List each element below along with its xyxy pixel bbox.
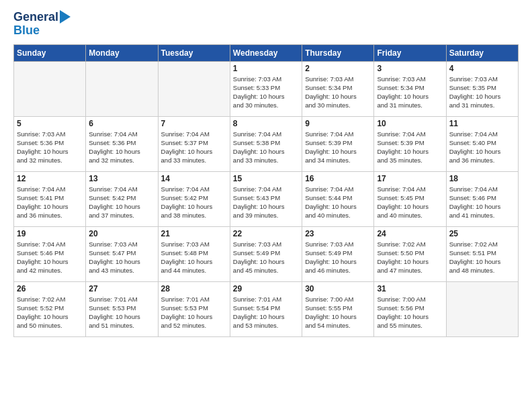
day-number: 8 [233,119,299,128]
day-header-monday: Monday [86,44,158,61]
day-number: 13 [89,174,154,183]
day-info: Sunrise: 7:03 AM Sunset: 5:36 PM Dayligh… [17,130,83,165]
calendar-cell: 21Sunrise: 7:03 AM Sunset: 5:48 PM Dayli… [158,226,230,281]
day-number: 19 [17,229,83,238]
day-info: Sunrise: 7:00 AM Sunset: 5:56 PM Dayligh… [377,295,443,330]
calendar-cell: 9Sunrise: 7:04 AM Sunset: 5:39 PM Daylig… [302,116,374,171]
calendar-cell: 18Sunrise: 7:04 AM Sunset: 5:46 PM Dayli… [446,171,518,226]
logo-blue: Blue [13,24,40,37]
day-info: Sunrise: 7:04 AM Sunset: 5:41 PM Dayligh… [17,185,83,220]
day-header-tuesday: Tuesday [158,44,230,61]
calendar-week-1: 1Sunrise: 7:03 AM Sunset: 5:33 PM Daylig… [14,61,519,116]
day-number: 14 [161,174,227,183]
day-number: 18 [449,174,515,183]
day-header-saturday: Saturday [446,44,518,61]
day-number: 10 [377,119,443,128]
calendar-cell: 11Sunrise: 7:04 AM Sunset: 5:40 PM Dayli… [446,116,518,171]
day-info: Sunrise: 7:04 AM Sunset: 5:39 PM Dayligh… [377,130,443,165]
logo: General Blue [13,11,71,38]
day-number: 3 [377,64,443,73]
day-number: 30 [305,284,371,293]
day-info: Sunrise: 7:04 AM Sunset: 5:45 PM Dayligh… [377,185,443,220]
day-number: 20 [89,229,154,238]
day-info: Sunrise: 7:03 AM Sunset: 5:33 PM Dayligh… [233,75,299,110]
day-number: 2 [305,64,371,73]
calendar-cell: 12Sunrise: 7:04 AM Sunset: 5:41 PM Dayli… [14,171,86,226]
calendar-cell: 4Sunrise: 7:03 AM Sunset: 5:35 PM Daylig… [446,61,518,116]
day-number: 25 [449,229,515,238]
day-info: Sunrise: 7:03 AM Sunset: 5:48 PM Dayligh… [161,240,227,275]
day-info: Sunrise: 7:01 AM Sunset: 5:53 PM Dayligh… [89,295,154,330]
day-number: 23 [305,229,371,238]
day-info: Sunrise: 7:04 AM Sunset: 5:44 PM Dayligh… [305,185,371,220]
day-header-wednesday: Wednesday [230,44,302,61]
day-info: Sunrise: 7:02 AM Sunset: 5:50 PM Dayligh… [377,240,443,275]
calendar-table: SundayMondayTuesdayWednesdayThursdayFrid… [13,44,519,337]
calendar-cell [446,281,518,336]
calendar-cell: 23Sunrise: 7:03 AM Sunset: 5:49 PM Dayli… [302,226,374,281]
day-info: Sunrise: 7:04 AM Sunset: 5:43 PM Dayligh… [233,185,299,220]
day-header-sunday: Sunday [14,44,86,61]
calendar-cell: 3Sunrise: 7:03 AM Sunset: 5:34 PM Daylig… [374,61,446,116]
day-number: 27 [89,284,154,293]
calendar-cell: 24Sunrise: 7:02 AM Sunset: 5:50 PM Dayli… [374,226,446,281]
calendar-cell: 31Sunrise: 7:00 AM Sunset: 5:56 PM Dayli… [374,281,446,336]
calendar-header-row: SundayMondayTuesdayWednesdayThursdayFrid… [14,44,519,61]
calendar-cell: 27Sunrise: 7:01 AM Sunset: 5:53 PM Dayli… [86,281,158,336]
day-info: Sunrise: 7:04 AM Sunset: 5:46 PM Dayligh… [449,185,515,220]
calendar-cell: 7Sunrise: 7:04 AM Sunset: 5:37 PM Daylig… [158,116,230,171]
day-number: 22 [233,229,299,238]
calendar-cell [86,61,158,116]
day-number: 24 [377,229,443,238]
calendar-cell [158,61,230,116]
calendar-cell: 26Sunrise: 7:02 AM Sunset: 5:52 PM Dayli… [14,281,86,336]
calendar-cell: 8Sunrise: 7:04 AM Sunset: 5:38 PM Daylig… [230,116,302,171]
calendar-week-2: 5Sunrise: 7:03 AM Sunset: 5:36 PM Daylig… [14,116,519,171]
day-info: Sunrise: 7:01 AM Sunset: 5:53 PM Dayligh… [161,295,227,330]
day-info: Sunrise: 7:03 AM Sunset: 5:47 PM Dayligh… [89,240,154,275]
calendar-cell: 13Sunrise: 7:04 AM Sunset: 5:42 PM Dayli… [86,171,158,226]
day-info: Sunrise: 7:04 AM Sunset: 5:46 PM Dayligh… [17,240,83,275]
header: General Blue [13,11,519,38]
day-number: 16 [305,174,371,183]
day-number: 29 [233,284,299,293]
calendar-week-3: 12Sunrise: 7:04 AM Sunset: 5:41 PM Dayli… [14,171,519,226]
day-info: Sunrise: 7:03 AM Sunset: 5:34 PM Dayligh… [377,75,443,110]
calendar-week-5: 26Sunrise: 7:02 AM Sunset: 5:52 PM Dayli… [14,281,519,336]
day-info: Sunrise: 7:03 AM Sunset: 5:35 PM Dayligh… [449,75,515,110]
day-number: 9 [305,119,371,128]
day-info: Sunrise: 7:04 AM Sunset: 5:36 PM Dayligh… [89,130,154,165]
page: General Blue SundayMondayTuesdayWednesda… [0,0,532,344]
day-header-thursday: Thursday [302,44,374,61]
calendar-cell: 16Sunrise: 7:04 AM Sunset: 5:44 PM Dayli… [302,171,374,226]
day-info: Sunrise: 7:02 AM Sunset: 5:51 PM Dayligh… [449,240,515,275]
day-info: Sunrise: 7:04 AM Sunset: 5:39 PM Dayligh… [305,130,371,165]
day-info: Sunrise: 7:03 AM Sunset: 5:49 PM Dayligh… [305,240,371,275]
day-number: 26 [17,284,83,293]
calendar-cell: 19Sunrise: 7:04 AM Sunset: 5:46 PM Dayli… [14,226,86,281]
day-info: Sunrise: 7:02 AM Sunset: 5:52 PM Dayligh… [17,295,83,330]
calendar-cell: 22Sunrise: 7:03 AM Sunset: 5:49 PM Dayli… [230,226,302,281]
calendar-cell: 1Sunrise: 7:03 AM Sunset: 5:33 PM Daylig… [230,61,302,116]
calendar-cell: 20Sunrise: 7:03 AM Sunset: 5:47 PM Dayli… [86,226,158,281]
day-number: 7 [161,119,227,128]
day-info: Sunrise: 7:01 AM Sunset: 5:54 PM Dayligh… [233,295,299,330]
calendar-cell: 6Sunrise: 7:04 AM Sunset: 5:36 PM Daylig… [86,116,158,171]
day-number: 28 [161,284,227,293]
day-number: 5 [17,119,83,128]
calendar-cell: 28Sunrise: 7:01 AM Sunset: 5:53 PM Dayli… [158,281,230,336]
day-header-friday: Friday [374,44,446,61]
day-number: 1 [233,64,299,73]
day-number: 21 [161,229,227,238]
day-number: 4 [449,64,515,73]
day-number: 17 [377,174,443,183]
day-info: Sunrise: 7:04 AM Sunset: 5:37 PM Dayligh… [161,130,227,165]
day-info: Sunrise: 7:03 AM Sunset: 5:34 PM Dayligh… [305,75,371,110]
day-number: 11 [449,119,515,128]
calendar-cell: 15Sunrise: 7:04 AM Sunset: 5:43 PM Dayli… [230,171,302,226]
day-info: Sunrise: 7:04 AM Sunset: 5:42 PM Dayligh… [161,185,227,220]
calendar-week-4: 19Sunrise: 7:04 AM Sunset: 5:46 PM Dayli… [14,226,519,281]
day-number: 6 [89,119,154,128]
calendar-cell [14,61,86,116]
logo-general: General [13,11,58,24]
